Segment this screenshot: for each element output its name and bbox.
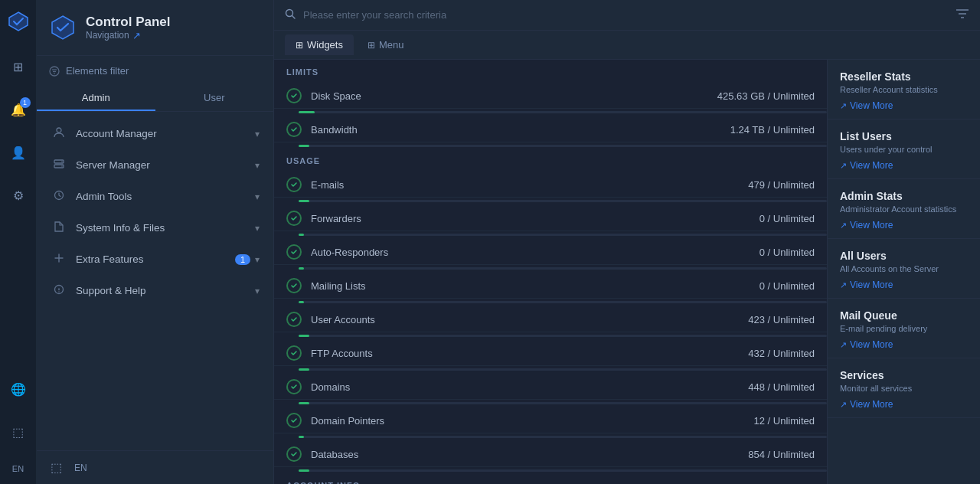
widget-list-users: List Users Users under your control ↗ Vi… (828, 119, 980, 179)
sidebar-header: Control Panel Navigation ↗ (37, 0, 273, 56)
reseller-stats-link-icon: ↗ (840, 101, 847, 111)
svg-point-9 (61, 161, 63, 162)
sidebar-item-server-manager[interactable]: Server Manager ▾ (37, 149, 273, 181)
sidebar-footer: ⬚ EN (37, 450, 273, 484)
stat-row-disk-space: Disk Space 425.63 GB / Unlimited (274, 81, 827, 109)
menu-tab-label: Menu (379, 39, 404, 51)
emails-label: E-mails (311, 179, 692, 191)
forwarders-value: 0 / Unlimited (692, 213, 815, 224)
domain-pointers-label: Domain Pointers (311, 415, 692, 427)
user-accounts-check (286, 312, 302, 327)
footer-lang: EN (74, 463, 87, 473)
user-accounts-progress-bar (299, 335, 309, 337)
sidebar-item-account-manager[interactable]: Account Manager ▾ (37, 118, 273, 149)
tab-user[interactable]: User (155, 86, 274, 111)
emails-progress-wrap (299, 200, 827, 202)
widget-mail-queue: Mail Queue E-mail pending delivery ↗ Vie… (828, 299, 980, 358)
mail-queue-link-icon: ↗ (840, 340, 847, 350)
server-manager-icon (53, 158, 68, 172)
widget-admin-stats: Admin Stats Administrator Account statis… (828, 179, 980, 239)
filter-settings-icon[interactable] (956, 8, 969, 22)
domains-value: 448 / Unlimited (692, 381, 815, 393)
stat-row-databases: Databases 854 / Unlimited (274, 440, 827, 467)
services-link[interactable]: ↗ View More (840, 399, 968, 410)
domains-progress-bar (299, 402, 309, 404)
emails-check (286, 177, 302, 192)
sidebar-item-admin-tools[interactable]: Admin Tools ▾ (37, 181, 273, 212)
sidebar-item-extra-features[interactable]: Extra Features 1 ▾ (37, 244, 273, 275)
nav-icon-signout[interactable]: ⬚ (5, 418, 32, 446)
databases-check (286, 446, 302, 462)
forwarders-check (286, 211, 302, 226)
disk-space-value: 425.63 GB / Unlimited (692, 90, 815, 102)
disk-space-check (286, 88, 302, 103)
all-users-title: All Users (840, 250, 968, 262)
logo-icon[interactable] (8, 11, 29, 34)
nav-icon-gear[interactable]: ⚙ (5, 182, 32, 209)
list-users-desc: Users under your control (840, 145, 968, 154)
nav-link-icon[interactable]: ↗ (132, 30, 141, 41)
mail-queue-link[interactable]: ↗ View More (840, 339, 968, 350)
mail-queue-desc: E-mail pending delivery (840, 324, 968, 333)
svg-line-17 (292, 16, 296, 19)
limits-section-header: LIMITS (274, 60, 827, 81)
nav-icon-grid[interactable]: ⊞ (5, 53, 32, 80)
bandwidth-value: 1.24 TB / Unlimited (692, 124, 815, 136)
tab-admin[interactable]: Admin (37, 86, 155, 111)
reseller-stats-link[interactable]: ↗ View More (840, 100, 968, 111)
all-users-desc: All Accounts on the Server (840, 264, 968, 273)
search-icon (285, 8, 296, 21)
extra-features-icon (53, 252, 68, 267)
all-users-link[interactable]: ↗ View More (840, 280, 968, 290)
admin-tools-label: Admin Tools (76, 191, 255, 202)
domains-check (286, 379, 302, 394)
list-users-link[interactable]: ↗ View More (840, 160, 968, 171)
svg-marker-0 (9, 12, 28, 31)
databases-label: Databases (311, 449, 692, 460)
app-title: Control Panel (86, 15, 171, 30)
auto-responders-progress-wrap (299, 267, 827, 270)
nav-icon-globe[interactable]: 🌐 (5, 375, 32, 403)
brand-logo (49, 14, 77, 41)
sidebar-item-support-help[interactable]: Support & Help ▾ (37, 275, 273, 306)
auto-responders-progress-bar (299, 267, 304, 270)
extra-features-badge: 1 (235, 254, 250, 265)
sidebar-item-system-info[interactable]: System Info & Files ▾ (37, 212, 273, 244)
all-users-link-icon: ↗ (840, 280, 847, 290)
widget-all-users: All Users All Accounts on the Server ↗ V… (828, 239, 980, 299)
server-manager-label: Server Manager (76, 159, 255, 171)
admin-stats-title: Admin Stats (840, 190, 968, 202)
elements-filter[interactable]: Elements filter (37, 56, 273, 86)
mailing-lists-value: 0 / Unlimited (692, 280, 815, 292)
server-manager-chevron: ▾ (255, 160, 260, 171)
databases-progress-wrap (299, 469, 827, 472)
stat-row-auto-responders: Auto-Responders 0 / Unlimited (274, 237, 827, 265)
signout-icon[interactable]: ⬚ (51, 460, 62, 475)
user-accounts-label: User Accounts (311, 314, 692, 325)
tab-menu[interactable]: ⊞ Menu (357, 34, 415, 55)
filter-icon (49, 66, 60, 77)
bandwidth-progress-wrap (299, 145, 827, 147)
emails-progress-bar (299, 200, 309, 202)
nav-icon-user[interactable]: 👤 (5, 139, 32, 166)
admin-user-tabs: Admin User (37, 86, 273, 112)
admin-tools-chevron: ▾ (255, 191, 260, 202)
extra-features-chevron: ▾ (255, 254, 260, 265)
reseller-stats-title: Reseller Stats (840, 70, 968, 83)
services-link-icon: ↗ (840, 400, 847, 410)
ftp-accounts-progress-wrap (299, 368, 827, 371)
top-bar (274, 0, 980, 31)
admin-stats-link[interactable]: ↗ View More (840, 220, 968, 231)
svg-point-10 (61, 165, 63, 167)
svg-point-15 (58, 291, 59, 292)
search-input[interactable] (303, 9, 948, 21)
account-manager-icon (53, 126, 68, 141)
main-content: ⊞ Widgets ⊞ Menu LIMITS Disk Space 425.6… (274, 0, 980, 484)
tab-widgets[interactable]: ⊞ Widgets (285, 34, 354, 55)
nav-icon-bell[interactable]: 🔔 1 (5, 96, 32, 123)
mailing-lists-progress-wrap (299, 301, 827, 303)
nav-items: Account Manager ▾ Server Manager ▾ Admin… (37, 115, 273, 450)
elements-filter-label: Elements filter (66, 65, 129, 77)
system-info-icon (53, 221, 68, 235)
domain-pointers-check (286, 413, 302, 428)
